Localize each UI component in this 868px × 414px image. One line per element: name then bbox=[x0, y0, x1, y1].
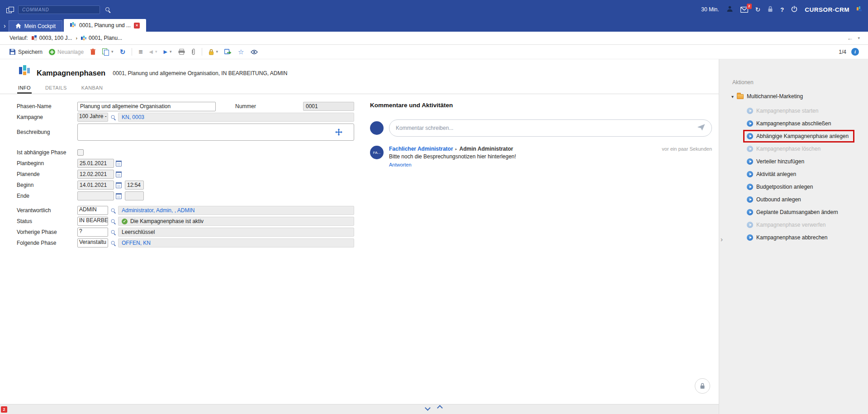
lookup-search-icon[interactable] bbox=[111, 219, 116, 224]
beginn-date-input[interactable] bbox=[77, 181, 114, 190]
comment-input[interactable] bbox=[396, 125, 697, 131]
ende-time-input[interactable] bbox=[125, 191, 144, 200]
action-kampagnenphase-abschliessen[interactable]: Kampagnenphase abschließen bbox=[747, 117, 854, 130]
sidebar-collapse-icon[interactable]: › bbox=[721, 236, 723, 243]
tabs-expander-icon[interactable]: › bbox=[4, 23, 6, 29]
collapse-down-icon[interactable] bbox=[425, 405, 431, 411]
action-kampagnenphase-abbrechen[interactable]: Kampagnenphase abbrechen bbox=[747, 231, 854, 244]
workspace-icon[interactable] bbox=[6, 7, 13, 13]
history-item-0[interactable]: 0003, 100 J... bbox=[32, 35, 72, 41]
new-record-label: Neuanlage bbox=[57, 49, 84, 55]
info-icon[interactable]: i bbox=[851, 48, 859, 56]
status-text: Die Kampagnenphase ist aktiv bbox=[130, 218, 204, 224]
list-view-button[interactable]: ≡ bbox=[138, 48, 142, 56]
tab-kanban[interactable]: KANBAN bbox=[81, 85, 104, 94]
kampagne-key-input[interactable]: 100 Jahre - bbox=[77, 113, 108, 122]
ende-date-input[interactable] bbox=[77, 191, 114, 200]
print-button[interactable] bbox=[178, 49, 185, 55]
calendar-icon[interactable] bbox=[116, 161, 122, 167]
previous-record-button[interactable]: ◀ ▾ bbox=[149, 49, 157, 54]
phasen-name-input[interactable] bbox=[77, 102, 216, 111]
folgende-phase-key-input[interactable]: Veranstaltu bbox=[77, 238, 108, 247]
kampagne-link[interactable]: KN, 0003 bbox=[122, 114, 144, 120]
next-dropdown-icon[interactable]: ▾ bbox=[170, 50, 172, 54]
action-label: Kampagnenphase löschen bbox=[756, 146, 821, 152]
history-back-icon[interactable]: ← bbox=[847, 34, 853, 42]
tab-mein-cockpit[interactable]: Mein Cockpit bbox=[9, 20, 62, 32]
actions-group[interactable]: ▾ Multichannel-Marketing bbox=[731, 93, 803, 100]
lock-session-icon[interactable] bbox=[768, 6, 773, 14]
corner-badge[interactable]: 2 bbox=[1, 406, 7, 413]
save-button[interactable]: Speichern bbox=[9, 48, 43, 55]
comment-author-link[interactable]: Fachlicher Administrator bbox=[389, 146, 453, 152]
search-icon[interactable] bbox=[105, 7, 111, 13]
tab-label: 0001, Planung und ... bbox=[79, 22, 131, 29]
history-dropdown-icon[interactable]: ▾ bbox=[858, 36, 860, 40]
permissions-dropdown-icon[interactable]: ▾ bbox=[216, 50, 218, 54]
verantwortlich-link[interactable]: Administrator, Admin, , ADMIN bbox=[122, 207, 194, 214]
verantwortlich-key-input[interactable]: ADMIN bbox=[77, 206, 108, 215]
previous-dropdown-icon[interactable]: ▾ bbox=[155, 50, 157, 54]
lock-record-button[interactable] bbox=[695, 378, 710, 394]
action-aktivitaet-anlegen[interactable]: Aktivität anlegen bbox=[747, 168, 854, 181]
logout-icon[interactable] bbox=[791, 6, 797, 14]
collapse-up-icon[interactable] bbox=[437, 405, 443, 411]
folgende-phase-link[interactable]: OFFEN, KN bbox=[122, 240, 151, 246]
goto-relations-button[interactable] bbox=[224, 49, 232, 55]
refresh-button[interactable]: ↻ bbox=[120, 48, 126, 55]
status-key-input[interactable]: IN BEARBEI bbox=[77, 217, 108, 226]
tab-kampagnenphase[interactable]: 0001, Planung und ... × bbox=[64, 19, 146, 32]
planbeginn-input[interactable] bbox=[77, 159, 114, 168]
command-input[interactable] bbox=[18, 5, 100, 14]
status-active-icon: ✓ bbox=[122, 219, 128, 224]
copy-record-button[interactable]: ▾ bbox=[102, 48, 114, 55]
action-verteiler-hinzufuegen[interactable]: Verteiler hinzufügen bbox=[747, 155, 854, 168]
lookup-search-icon[interactable] bbox=[111, 208, 116, 213]
permissions-button[interactable]: ▾ bbox=[209, 49, 218, 55]
lookup-search-icon[interactable] bbox=[111, 229, 116, 235]
action-outbound-anlegen[interactable]: Outbound anlegen bbox=[747, 193, 854, 206]
calendar-icon[interactable] bbox=[116, 171, 122, 177]
form-row-beschreibung: Beschreibung bbox=[17, 124, 354, 141]
comment-recipient: Admin Administrator bbox=[460, 146, 513, 152]
action-label: Verteiler hinzufügen bbox=[756, 158, 804, 165]
toolbar-separator bbox=[202, 48, 202, 56]
toolbar: Speichern Neuanlage ▾ ↻ ≡ ◀ ▾ ▶ ▾ bbox=[0, 45, 868, 59]
calendar-icon[interactable] bbox=[116, 193, 122, 199]
move-resize-icon[interactable] bbox=[335, 128, 342, 137]
history-refresh-icon[interactable]: ↻ bbox=[755, 6, 761, 13]
reply-link[interactable]: Antworten bbox=[389, 162, 712, 167]
action-budgetposition-anlegen[interactable]: Budgetposition anlegen bbox=[747, 181, 854, 193]
save-label: Speichern bbox=[18, 49, 43, 55]
lookup-search-icon[interactable] bbox=[111, 240, 116, 246]
delete-button[interactable] bbox=[90, 48, 96, 55]
vorherige-phase-key-input[interactable]: ? bbox=[77, 228, 108, 237]
action-geplante-datumsangaben-aendern[interactable]: Geplante Datumsangaben ändern bbox=[747, 206, 854, 219]
folgende-phase-description: OFFEN, KN bbox=[118, 238, 354, 247]
tab-info[interactable]: INFO bbox=[17, 85, 32, 94]
send-icon[interactable] bbox=[697, 124, 705, 132]
help-icon[interactable]: ? bbox=[780, 7, 784, 13]
attachments-button[interactable] bbox=[191, 48, 195, 55]
beschreibung-textarea[interactable] bbox=[77, 124, 354, 141]
user-icon[interactable] bbox=[726, 5, 733, 14]
calendar-icon[interactable] bbox=[116, 182, 122, 188]
history-item-1[interactable]: 0001, Planu... bbox=[81, 35, 122, 41]
view-tabs: INFO DETAILS KANBAN bbox=[0, 81, 719, 94]
copy-dropdown-icon[interactable]: ▾ bbox=[111, 50, 114, 54]
action-abhaengige-kampagnenphase-anlegen[interactable]: Abhängige Kampagnenphase anlegen bbox=[747, 130, 854, 143]
tab-details[interactable]: DETAILS bbox=[44, 85, 68, 94]
new-record-button[interactable]: Neuanlage bbox=[49, 49, 84, 55]
watch-button[interactable] bbox=[251, 50, 258, 54]
lookup-search-icon[interactable] bbox=[111, 114, 116, 120]
verantwortlich-description: Administrator, Admin, , ADMIN bbox=[118, 206, 354, 215]
planende-input[interactable] bbox=[77, 170, 114, 179]
tree-collapse-icon[interactable]: ▾ bbox=[731, 94, 734, 99]
beginn-time-input[interactable] bbox=[125, 181, 144, 190]
favorite-button[interactable]: ☆ bbox=[238, 48, 244, 55]
close-tab-icon[interactable]: × bbox=[134, 23, 140, 29]
nummer-input[interactable] bbox=[303, 102, 354, 111]
notifications-icon[interactable]: 2 bbox=[740, 7, 748, 13]
ist-abhaengige-phase-checkbox[interactable] bbox=[77, 149, 84, 156]
next-record-button[interactable]: ▶ ▾ bbox=[164, 49, 172, 54]
